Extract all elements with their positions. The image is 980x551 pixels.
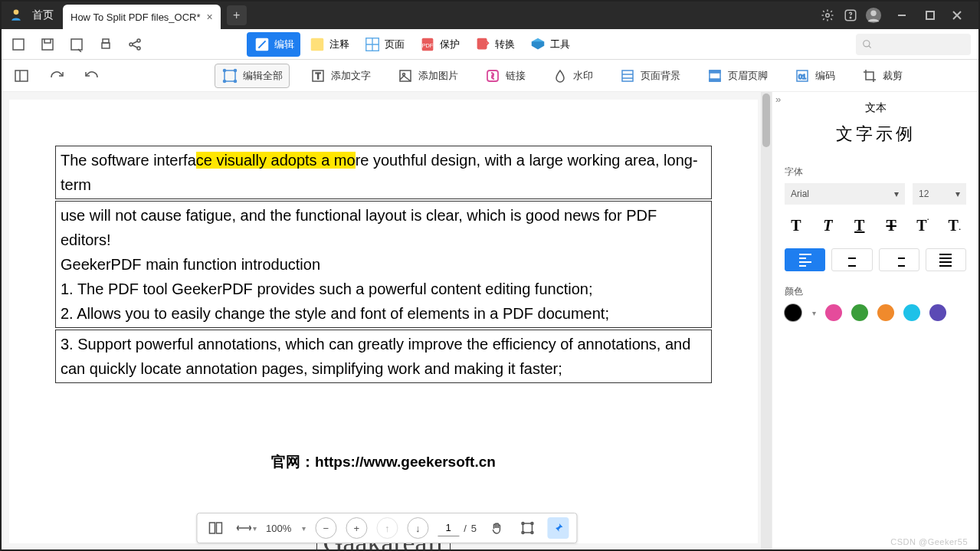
fit-width-icon[interactable]: ▾ [235,517,257,539]
next-page-button[interactable]: ↓ [407,517,428,539]
color-swatch-black[interactable] [785,304,801,321]
bates-button[interactable]: 01编码 [788,64,841,87]
align-right-button[interactable] [879,248,919,271]
minimize-icon[interactable] [885,10,919,21]
website-line: 官网：https://www.geekersoft.cn [55,452,712,472]
header-footer-icon [706,67,723,84]
annotate-mode-icon [308,35,326,54]
panel-title: 文本 [785,101,966,115]
crop-button[interactable]: 裁剪 [855,64,909,87]
search-input[interactable] [856,34,971,55]
add-text-button[interactable]: T添加文字 [303,64,377,87]
text-block-1[interactable]: The software interface visually adopts a… [55,146,712,199]
redo-icon[interactable] [46,67,67,85]
vertical-scrollbar[interactable] [761,92,772,551]
crop-icon [861,67,878,84]
print-icon[interactable] [97,37,115,52]
background-icon [619,67,636,84]
align-center-button[interactable] [831,248,872,271]
zoom-level[interactable]: 100% [266,523,291,534]
page-mode-icon [363,35,382,54]
mode-protect[interactable]: PDF保护 [412,32,466,57]
add-image-icon [397,67,414,84]
bold-button[interactable]: T [785,217,808,236]
undo-icon[interactable] [81,67,103,85]
color-dropdown-icon[interactable]: ▾ [812,309,816,317]
format-panel: » 文本 文字示例 字体 Arial▾ 12▾ T T T T T˙ T˙ 颜色… [772,92,978,551]
svg-rect-39 [209,523,215,533]
svg-text:01: 01 [798,73,806,80]
svg-text:T: T [316,71,321,80]
svg-point-0 [14,10,19,15]
color-swatch-pink[interactable] [825,304,842,321]
text-block-3[interactable]: 3. Support powerful annotations, which c… [55,330,712,383]
edit-all-button[interactable]: 编辑全部 [215,64,290,88]
background-button[interactable]: 页面背景 [613,64,687,87]
document-tab-title: How To Split PDF files_OCR* [70,11,201,23]
hand-tool-icon[interactable] [486,517,507,539]
page-canvas: The software interface visually adopts a… [9,100,758,543]
link-icon [484,67,501,84]
help-icon[interactable] [839,8,862,22]
mode-tools[interactable]: 工具 [523,32,576,57]
zoom-in-button[interactable]: + [346,517,367,539]
zoom-out-button[interactable]: − [315,517,336,539]
account-icon[interactable] [862,7,885,24]
maximize-icon[interactable] [919,10,942,21]
text-sample: 文字示例 [785,123,966,146]
watermark-button[interactable]: 水印 [546,64,599,87]
svg-rect-22 [15,71,28,81]
page-viewport[interactable]: The software interface visually adopts a… [2,92,772,551]
color-swatch-cyan[interactable] [903,304,920,321]
italic-button[interactable]: T [816,217,839,236]
svg-point-24 [224,69,226,71]
color-swatch-orange[interactable] [877,304,894,321]
text-block-2[interactable]: use will not cause fatigue, and the func… [55,201,712,328]
align-left-button[interactable] [785,248,825,271]
settings-icon[interactable] [816,8,839,22]
svg-rect-36 [710,79,720,81]
panel-toggle-icon[interactable] [11,65,32,87]
share-icon[interactable] [126,37,144,52]
open-file-icon[interactable] [9,37,28,52]
mode-page[interactable]: 页面 [357,32,411,57]
add-image-button[interactable]: 添加图片 [391,64,464,87]
save-as-icon[interactable] [67,37,86,52]
save-icon[interactable] [38,37,57,52]
close-window-icon[interactable] [942,10,972,21]
scrollbar-thumb[interactable] [762,93,770,147]
svg-point-1 [826,14,830,18]
prev-page-button[interactable]: ↑ [376,517,398,539]
color-swatch-green[interactable] [851,304,868,321]
mode-edit[interactable]: 编辑 [247,32,300,57]
document-tab[interactable]: How To Split PDF files_OCR* × [63,5,221,29]
align-justify-button[interactable] [926,248,966,271]
svg-point-14 [137,47,140,50]
page-number-input[interactable] [438,520,459,536]
subscript-button[interactable]: T˙ [943,217,966,236]
svg-rect-33 [622,71,633,81]
svg-rect-7 [13,39,24,50]
link-button[interactable]: 链接 [478,64,532,87]
home-tab[interactable]: 首页 [32,8,54,22]
mode-convert[interactable]: 转换 [467,32,521,57]
svg-rect-41 [523,523,532,533]
view-mode-icon[interactable] [205,517,226,539]
title-bar: 首页 How To Split PDF files_OCR* × + [2,2,978,29]
close-tab-icon[interactable]: × [207,11,213,23]
panel-expand-icon[interactable]: » [775,93,781,105]
bates-icon: 01 [794,67,811,84]
underline-button[interactable]: T [848,217,871,236]
add-tab-button[interactable]: + [227,5,247,25]
search-icon [862,39,873,50]
mode-annotate[interactable]: 注释 [302,32,356,57]
pin-toolbar-button[interactable] [547,517,569,539]
color-swatch-purple[interactable] [929,304,946,321]
svg-point-25 [234,69,237,71]
select-tool-icon[interactable] [516,517,538,539]
strikethrough-button[interactable]: T [880,217,903,236]
superscript-button[interactable]: T˙ [912,217,935,236]
font-family-select[interactable]: Arial▾ [785,183,905,205]
font-size-select[interactable]: 12▾ [913,183,966,205]
header-footer-button[interactable]: 页眉页脚 [700,64,774,87]
